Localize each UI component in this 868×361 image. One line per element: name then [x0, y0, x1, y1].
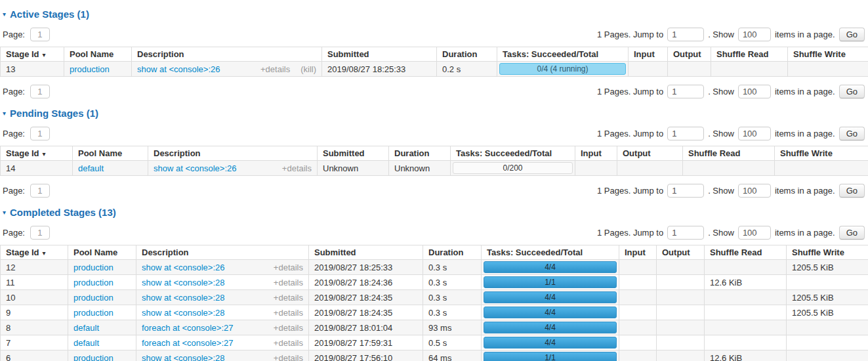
page-size-input[interactable] [738, 85, 771, 98]
column-header[interactable]: Duration [389, 146, 451, 161]
jump-to-page-input[interactable] [667, 184, 704, 198]
page-number-input[interactable] [30, 28, 50, 41]
pages-jump-text: 1 Pages. Jump to [597, 228, 663, 238]
column-header[interactable]: Shuffle Write [787, 245, 868, 260]
column-header[interactable]: Tasks: Succeeded/Total [451, 146, 575, 161]
details-toggle[interactable]: +details [274, 308, 303, 318]
details-toggle[interactable]: +details [274, 293, 303, 303]
jump-to-page-input[interactable] [667, 226, 704, 240]
page-size-input[interactable] [738, 184, 771, 198]
jump-to-page-input[interactable] [667, 28, 704, 41]
pool-name-cell: default [68, 335, 136, 350]
column-header[interactable]: Output [668, 47, 711, 62]
column-header[interactable]: Submitted [309, 245, 423, 260]
submitted-cell: 2019/08/27 18:24:35 [309, 305, 423, 320]
column-header[interactable]: Output [617, 146, 683, 161]
details-toggle[interactable]: +details [260, 64, 290, 74]
page-size-input[interactable] [738, 226, 771, 240]
description-link[interactable]: foreach at <console>:27 [142, 338, 234, 348]
column-header[interactable]: Description [148, 146, 318, 161]
page-number-input[interactable] [30, 127, 50, 140]
column-header[interactable]: Duration [437, 47, 497, 62]
output-cell [657, 305, 705, 320]
details-toggle[interactable]: +details [274, 338, 303, 348]
description-link[interactable]: show at <console>:26 [142, 263, 224, 272]
column-header[interactable]: Duration [423, 245, 482, 260]
page-number-input[interactable] [30, 85, 50, 98]
page-size-input[interactable] [738, 28, 771, 41]
column-header[interactable]: Shuffle Read [683, 146, 775, 161]
pages-jump-text: 1 Pages. Jump to [597, 129, 663, 138]
column-header[interactable]: Stage Id▾ [1, 47, 64, 62]
pagination-bar: Page: 1 Pages. Jump to . Show items in a… [3, 83, 865, 99]
column-header[interactable]: Submitted [322, 47, 437, 62]
description-link[interactable]: show at <console>:26 [137, 64, 220, 74]
pending-stages-section: ▾ Pending Stages (1) Page: 1 Pages. Jump… [0, 108, 868, 198]
column-header[interactable]: Shuffle Read [711, 47, 788, 62]
pool-name-link[interactable]: default [78, 163, 104, 173]
show-text: . Show [708, 87, 734, 96]
pool-name-link[interactable]: production [73, 293, 114, 303]
column-header[interactable]: Stage Id▾ [1, 146, 73, 161]
details-toggle[interactable]: +details [274, 323, 303, 333]
details-toggle[interactable]: +details [274, 263, 303, 272]
column-header[interactable]: Stage Id▾ [1, 245, 68, 260]
pool-name-link[interactable]: production [73, 353, 114, 361]
pool-name-link[interactable]: production [73, 308, 114, 318]
column-header[interactable]: Shuffle Read [705, 245, 787, 260]
jump-to-page-input[interactable] [667, 85, 704, 98]
stage-row: 13productionshow at <console>:26+details… [1, 62, 868, 77]
go-button[interactable]: Go [839, 184, 865, 198]
description-link[interactable]: foreach at <console>:27 [142, 323, 234, 333]
column-header[interactable]: Tasks: Succeeded/Total [497, 47, 629, 62]
jump-to-page-input[interactable] [667, 127, 704, 140]
completed-stages-heading[interactable]: ▾ Completed Stages (13) [3, 207, 868, 218]
tasks-progress-cell: 1/1 [482, 275, 619, 290]
description-link[interactable]: show at <console>:26 [154, 163, 236, 173]
column-header[interactable]: Tasks: Succeeded/Total [482, 245, 619, 260]
column-header[interactable]: Input [575, 146, 617, 161]
description-extras: +details [274, 278, 303, 287]
pool-name-link[interactable]: production [70, 64, 110, 74]
page-number-input[interactable] [30, 226, 50, 240]
go-button[interactable]: Go [839, 127, 865, 140]
details-toggle[interactable]: +details [274, 353, 303, 361]
column-header[interactable]: Output [657, 245, 705, 260]
pages-jump-text: 1 Pages. Jump to [597, 186, 663, 196]
details-toggle[interactable]: +details [282, 163, 312, 173]
column-header[interactable]: Submitted [318, 146, 389, 161]
column-header[interactable]: Pool Name [73, 146, 148, 161]
page-number-input[interactable] [30, 184, 50, 198]
description-link[interactable]: show at <console>:28 [142, 308, 224, 318]
active-stages-heading[interactable]: ▾ Active Stages (1) [3, 9, 868, 20]
pending-stages-heading[interactable]: ▾ Pending Stages (1) [3, 108, 868, 119]
pool-name-link[interactable]: default [73, 323, 99, 333]
input-cell [629, 62, 668, 77]
column-header[interactable]: Shuffle Write [775, 146, 868, 161]
stage-row: 8defaultforeach at <console>:27+details2… [1, 320, 868, 335]
go-button[interactable]: Go [839, 85, 865, 98]
go-button[interactable]: Go [839, 28, 865, 41]
go-button[interactable]: Go [839, 226, 865, 240]
pagination-left: Page: [3, 127, 50, 140]
pool-name-link[interactable]: production [73, 278, 114, 287]
column-header[interactable]: Description [132, 47, 322, 62]
column-header[interactable]: Input [619, 245, 657, 260]
items-text: items in a page. [775, 129, 835, 138]
output-cell [657, 335, 705, 350]
details-toggle[interactable]: +details [274, 278, 303, 287]
column-header[interactable]: Shuffle Write [788, 47, 868, 62]
column-header[interactable]: Pool Name [64, 47, 132, 62]
kill-link[interactable]: (kill) [300, 64, 316, 74]
description-link[interactable]: show at <console>:28 [142, 353, 224, 361]
page-size-input[interactable] [738, 127, 771, 140]
show-text: . Show [708, 129, 734, 138]
description-link[interactable]: show at <console>:28 [142, 278, 224, 287]
duration-cell: 0.3 s [423, 305, 482, 320]
column-header[interactable]: Description [136, 245, 309, 260]
pool-name-link[interactable]: default [73, 338, 99, 348]
description-link[interactable]: show at <console>:28 [142, 293, 224, 303]
column-header[interactable]: Input [629, 47, 668, 62]
pool-name-link[interactable]: production [73, 263, 114, 272]
column-header[interactable]: Pool Name [68, 245, 136, 260]
